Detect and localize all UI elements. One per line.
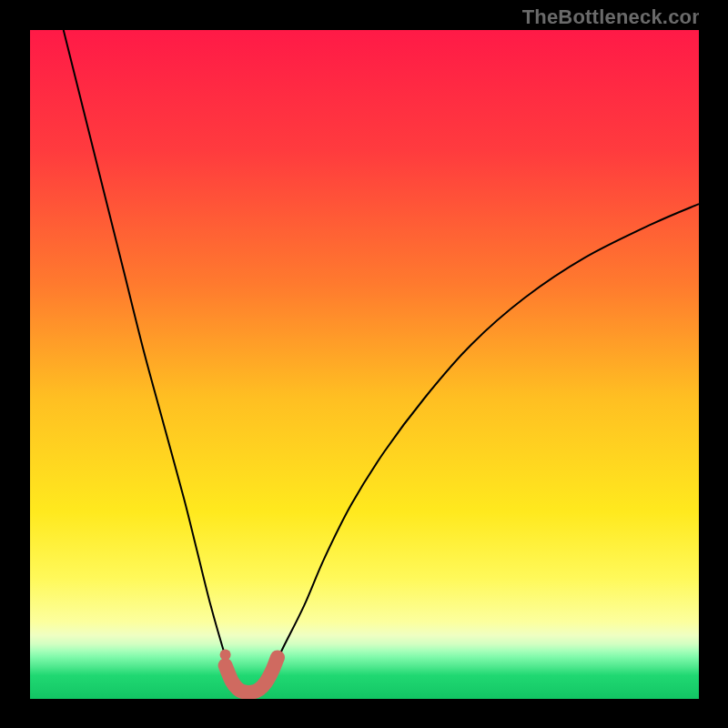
bottleneck-chart bbox=[0, 0, 728, 728]
chart-frame: TheBottleneck.com bbox=[0, 0, 728, 728]
frame-border-bottom bbox=[0, 699, 728, 728]
frame-border-left bbox=[0, 0, 30, 728]
marker-dot bbox=[220, 649, 231, 660]
plot-background bbox=[30, 30, 699, 699]
frame-border-right bbox=[699, 0, 728, 728]
